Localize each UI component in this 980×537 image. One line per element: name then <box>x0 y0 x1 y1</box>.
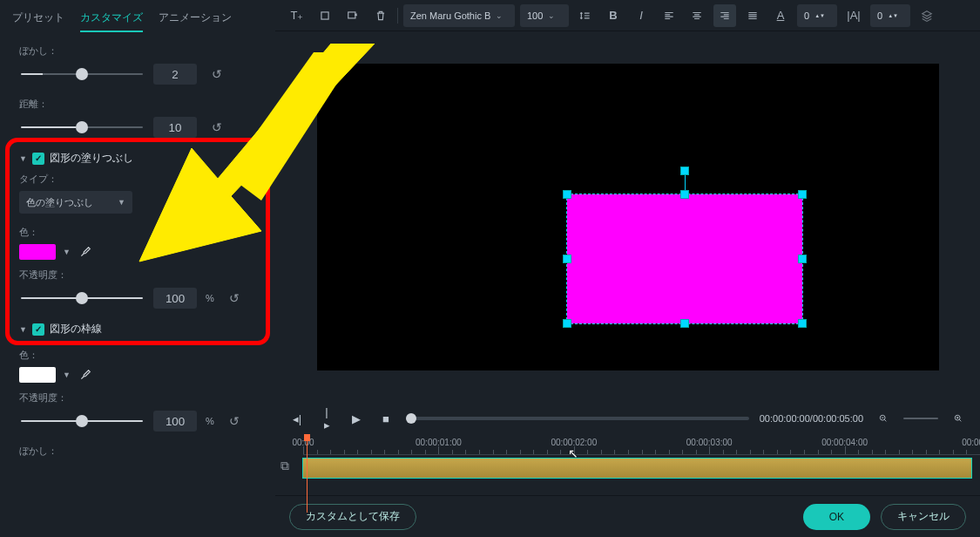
caret-down-icon: ▼ <box>19 154 27 163</box>
blur-slider[interactable] <box>21 73 143 75</box>
svg-rect-0 <box>321 11 328 18</box>
ruler-label: 00:00:05: <box>962 438 980 447</box>
ruler-label: 00:00 <box>292 438 314 447</box>
panel-tabs: プリセット カスタマイズ アニメーション <box>0 0 275 32</box>
distance-value[interactable] <box>153 117 197 138</box>
line-height-icon[interactable] <box>574 4 597 27</box>
tab-customize[interactable]: カスタマイズ <box>80 7 143 32</box>
chevron-down-icon[interactable]: ▼ <box>63 248 71 256</box>
next-frame-icon[interactable]: |▸ <box>317 409 336 428</box>
layers-icon[interactable] <box>916 4 938 27</box>
fill-type-value: 色の塗りつぶし <box>26 196 93 209</box>
handle-left[interactable] <box>563 255 571 263</box>
align-justify-icon[interactable] <box>741 4 764 27</box>
color-label: 色： <box>19 226 256 239</box>
footer-bar: カスタムとして保存 OK キャンセル <box>275 495 980 537</box>
stroke-opacity-value[interactable] <box>153 411 197 432</box>
handle-top[interactable] <box>680 190 689 199</box>
text-toolbar: T₊ Zen Maru Gothic B⌄ 100⌄ B I <box>275 0 980 31</box>
letter-width-value: 0 <box>877 10 882 21</box>
play-icon[interactable]: ▶ <box>347 409 366 428</box>
timecode: 00:00:00:00/00:00:05:00 <box>760 413 863 424</box>
eyedropper-icon[interactable] <box>78 367 93 383</box>
timeline-clip[interactable] <box>303 459 971 478</box>
canvas-viewport[interactable] <box>275 31 980 403</box>
bold-icon[interactable]: B <box>602 4 625 27</box>
zoom-slider[interactable] <box>903 418 938 419</box>
fill-checkbox[interactable]: ✓ <box>32 153 44 165</box>
time-ruler[interactable]: 00:0000:00:01:0000:00:02:0000:00:03:0000… <box>303 434 980 455</box>
selected-shape[interactable] <box>567 194 802 323</box>
eyedropper-icon[interactable] <box>78 244 93 260</box>
fill-type-select[interactable]: 色の塗りつぶし ▼ <box>19 191 132 214</box>
playhead[interactable] <box>307 434 308 513</box>
chevron-down-icon[interactable]: ▼ <box>63 370 71 379</box>
seek-bar[interactable] <box>406 417 749 420</box>
timeline[interactable]: 00:0000:00:01:0000:00:02:0000:00:03:0000… <box>275 434 980 495</box>
tab-preset[interactable]: プリセット <box>12 7 64 32</box>
save-custom-button[interactable]: カスタムとして保存 <box>289 504 416 530</box>
stroke-section-header[interactable]: ▼ ✓ 図形の枠線 <box>19 322 256 336</box>
handle-bottom[interactable] <box>680 319 689 328</box>
blur2-label: ぼかし： <box>19 445 256 458</box>
fill-section-title: 図形の塗りつぶし <box>50 151 133 166</box>
distance-slider[interactable] <box>21 126 143 128</box>
delete-icon[interactable] <box>369 4 392 27</box>
italic-icon[interactable]: I <box>630 4 652 27</box>
opacity-value[interactable] <box>153 288 197 309</box>
ruler-label: 00:00:03:00 <box>686 438 733 447</box>
blur-label: ぼかし： <box>19 44 256 58</box>
fill-color-swatch[interactable] <box>19 244 56 260</box>
tab-animation[interactable]: アニメーション <box>159 7 232 32</box>
zoom-in-icon[interactable] <box>949 409 968 428</box>
zoom-out-icon[interactable] <box>874 409 893 428</box>
cancel-button[interactable]: キャンセル <box>881 504 966 530</box>
rotate-handle[interactable] <box>680 167 689 175</box>
stroke-section-title: 図形の枠線 <box>50 322 102 336</box>
seek-thumb[interactable] <box>406 413 416 424</box>
distance-reset[interactable]: ↺ <box>206 116 228 139</box>
blur-value[interactable] <box>153 64 197 85</box>
prev-frame-icon[interactable]: ◂| <box>287 409 307 428</box>
handle-right[interactable] <box>798 255 807 263</box>
text-color-icon[interactable]: A <box>769 4 792 27</box>
stroke-opacity-slider[interactable] <box>21 420 143 422</box>
stroke-checkbox[interactable]: ✓ <box>32 323 44 336</box>
stroke-opacity-label: 不透明度： <box>19 391 256 404</box>
add-text-icon[interactable]: T₊ <box>286 4 308 27</box>
opacity-reset[interactable]: ↺ <box>223 287 246 309</box>
font-size-select[interactable]: 100⌄ <box>520 4 569 27</box>
stroke-color-swatch[interactable] <box>19 367 56 383</box>
ruler-label: 00:00:04:00 <box>821 438 868 447</box>
handle-top-right[interactable] <box>798 190 807 199</box>
align-right-icon[interactable] <box>713 4 736 27</box>
stroke-color-label: 色： <box>19 349 256 362</box>
align-center-icon[interactable] <box>686 4 708 27</box>
align-left-icon[interactable] <box>658 4 680 27</box>
font-select[interactable]: Zen Maru Gothic B⌄ <box>403 4 515 27</box>
opacity-slider[interactable] <box>21 297 143 299</box>
canvas[interactable] <box>317 64 939 370</box>
letter-width-input[interactable]: 0 ▲▼ <box>870 4 910 27</box>
properties-panel: プリセット カスタマイズ アニメーション ぼかし： ↺ 距離： ↺ ▼ ✓ 図形… <box>0 0 275 537</box>
handle-bottom-left[interactable] <box>563 319 571 328</box>
fill-section-header[interactable]: ▼ ✓ 図形の塗りつぶし <box>19 151 256 166</box>
stop-icon[interactable]: ■ <box>376 409 395 428</box>
blur-reset[interactable]: ↺ <box>206 63 228 85</box>
handle-bottom-right[interactable] <box>798 319 807 328</box>
image-remove-icon[interactable] <box>341 4 364 27</box>
ok-button[interactable]: OK <box>803 504 870 530</box>
stroke-opacity-reset[interactable]: ↺ <box>223 410 246 432</box>
letter-width-icon[interactable]: |A| <box>842 4 865 27</box>
pct-label: % <box>206 416 214 426</box>
mouse-cursor-icon: ↖ <box>568 446 578 460</box>
font-size: 100 <box>527 10 543 21</box>
distance-label: 距離： <box>19 98 256 111</box>
handle-top-left[interactable] <box>563 190 571 199</box>
char-spacing-input[interactable]: 0 ▲▼ <box>797 4 837 27</box>
ruler-label: 00:00:01:00 <box>416 438 462 447</box>
font-name: Zen Maru Gothic B <box>410 10 490 21</box>
type-label: タイプ： <box>19 173 256 186</box>
track-type-icon[interactable]: ⧉ <box>280 459 289 473</box>
crop-icon[interactable] <box>314 4 336 27</box>
